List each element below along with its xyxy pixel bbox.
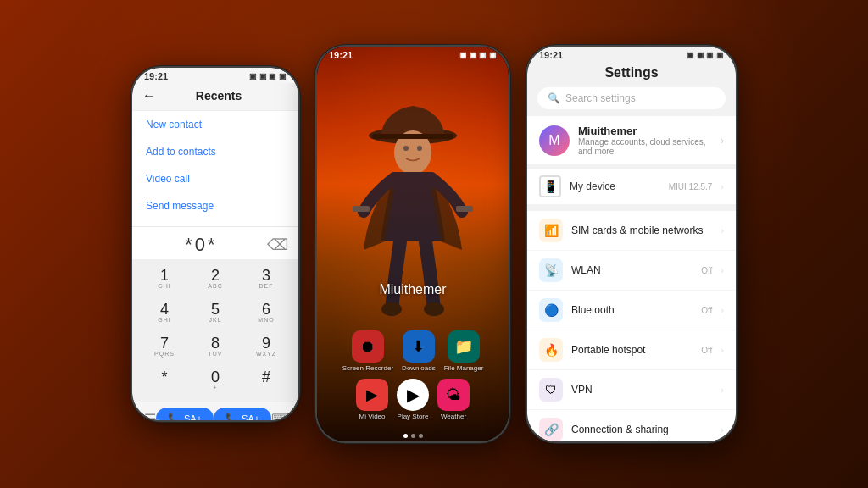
key-7[interactable]: 7PQRS — [139, 330, 190, 364]
recents-video-call[interactable]: Video call — [132, 165, 298, 192]
recents-send-message[interactable]: Send message — [132, 192, 298, 219]
vpn-chevron: › — [721, 385, 724, 395]
vpn-icon: 🛡 — [539, 378, 563, 402]
app-weather[interactable]: 🌤 Weather — [437, 379, 470, 420]
search-placeholder: Search settings — [565, 92, 636, 104]
hotspot-label: Portable hotspot — [571, 344, 693, 356]
device-version: MIUI 12.5.7 — [669, 182, 713, 191]
app-row-1: ⏺ Screen Recorder ⬇ Downloads 📁 File Man… — [326, 330, 500, 372]
profile-avatar: M — [539, 125, 570, 156]
wlan-icon: 📡 — [539, 258, 563, 282]
settings-wlan-item[interactable]: 📡 WLAN Off › — [527, 251, 736, 291]
phone-settings: 19:21 ▣ ▣ ▣ ▣ Settings 🔍 Search settings… — [526, 45, 737, 443]
key-2[interactable]: 2ABC — [190, 263, 241, 297]
wlan-value: Off — [701, 266, 712, 275]
app-icons: ⏺ Screen Recorder ⬇ Downloads 📁 File Man… — [317, 324, 509, 430]
settings-bluetooth-item[interactable]: 🔵 Bluetooth Off › — [527, 291, 736, 330]
menu-icon[interactable]: ☰ — [144, 411, 156, 421]
key-5[interactable]: 5JKL — [190, 297, 241, 330]
status-icons-settings: ▣ ▣ ▣ ▣ — [687, 51, 724, 59]
phone-settings-screen: 19:21 ▣ ▣ ▣ ▣ Settings 🔍 Search settings… — [527, 47, 736, 441]
phone-dialer: 19:21 ▣ ▣ ▣ ▣ ← Recents New contact Add … — [131, 66, 300, 422]
call-label-2: SA+ — [242, 413, 259, 420]
settings-hotspot-item[interactable]: 🔥 Portable hotspot Off › — [527, 330, 736, 370]
recents-title: Recents — [163, 89, 288, 103]
status-icons-home: ▣ ▣ ▣ ▣ — [459, 51, 497, 59]
status-icons-dialer: ▣ ▣ ▣ ▣ — [249, 72, 287, 80]
settings-search-bar[interactable]: 🔍 Search settings — [537, 87, 726, 109]
wlan-label: WLAN — [571, 264, 693, 276]
app-mi-video[interactable]: ▶ Mi Video — [356, 379, 388, 420]
key-star[interactable]: * — [139, 364, 190, 398]
search-icon: 🔍 — [548, 92, 560, 104]
back-button[interactable]: ← — [142, 88, 156, 103]
key-1[interactable]: 1GHI — [139, 263, 190, 297]
dot-1 — [403, 434, 408, 438]
status-time-home: 19:21 — [329, 50, 353, 60]
key-3[interactable]: 3DEF — [241, 263, 292, 297]
bluetooth-chevron: › — [721, 305, 724, 315]
app-file-manager[interactable]: 📁 File Manager — [444, 330, 484, 372]
key-0[interactable]: 0+ — [190, 364, 241, 398]
device-chevron: › — [721, 181, 724, 191]
call-icon-1: 📞 — [168, 413, 181, 420]
key-8[interactable]: 8TUV — [190, 330, 241, 364]
app-play-store[interactable]: ▶ Play Store — [397, 379, 429, 420]
phone-homescreen: 19:21 ▣ ▣ ▣ ▣ Miuithemer ⏺ Screen Record… — [315, 45, 510, 443]
bluetooth-value: Off — [701, 306, 712, 315]
profile-info: Miuithemer Manage accounts, cloud servic… — [578, 125, 712, 156]
connection-label: Connection & sharing — [571, 424, 712, 435]
hotspot-chevron: › — [721, 345, 724, 355]
dot-3 — [419, 434, 423, 438]
recents-header: ← Recents — [132, 83, 298, 111]
profile-name: Miuithemer — [578, 125, 712, 137]
dot-2 — [411, 434, 415, 438]
settings-title: Settings — [527, 62, 736, 87]
phone-dialer-screen: 19:21 ▣ ▣ ▣ ▣ ← Recents New contact Add … — [132, 68, 298, 420]
key-9[interactable]: 9WXYZ — [241, 330, 292, 364]
key-6[interactable]: 6MNO — [241, 297, 292, 330]
settings-connection-item[interactable]: 🔗 Connection & sharing › — [527, 410, 736, 441]
hotspot-value: Off — [701, 346, 712, 355]
bluetooth-label: Bluetooth — [571, 304, 693, 316]
app-downloads[interactable]: ⬇ Downloads — [402, 330, 436, 372]
sim-label: SIM cards & mobile networks — [571, 225, 712, 236]
page-dots — [317, 430, 509, 441]
device-label: My device — [570, 180, 660, 192]
wlan-chevron: › — [721, 265, 724, 275]
dialer-display: *0* ⌫ — [132, 227, 298, 259]
bluetooth-icon: 🔵 — [539, 298, 563, 322]
key-4[interactable]: 4GHI — [139, 297, 190, 330]
settings-device-row[interactable]: 📱 My device MIUI 12.5.7 › — [527, 168, 736, 204]
sim-chevron: › — [721, 225, 724, 236]
home-username: Miuithemer — [317, 231, 509, 308]
settings-profile-row[interactable]: M Miuithemer Manage accounts, cloud serv… — [527, 116, 736, 164]
profile-sub: Manage accounts, cloud services, and mor… — [578, 137, 712, 156]
recents-actions-list: New contact Add to contacts Video call S… — [132, 111, 298, 226]
app-row-2: ▶ Mi Video ▶ Play Store 🌤 Weather — [326, 379, 500, 420]
status-bar-settings: 19:21 ▣ ▣ ▣ ▣ — [527, 47, 736, 62]
recents-new-contact[interactable]: New contact — [132, 111, 298, 138]
connection-chevron: › — [721, 424, 724, 435]
call-label-1: SA+ — [184, 413, 202, 420]
settings-vpn-item[interactable]: 🛡 VPN › — [527, 370, 736, 410]
dialer-keypad: 1GHI 2ABC 3DEF 4GHI 5JKL 6MNO 7PQRS 8TUV… — [132, 259, 298, 402]
recents-add-contact[interactable]: Add to contacts — [132, 138, 298, 165]
dialer-toolbar: ☰ 📞 SA+ 📞 SA+ ⌨ — [132, 402, 298, 420]
app-screen-recorder[interactable]: ⏺ Screen Recorder — [342, 330, 393, 372]
call-button-2[interactable]: 📞 SA+ — [214, 408, 271, 420]
dialer-backspace-icon[interactable]: ⌫ — [267, 236, 288, 254]
key-hash[interactable]: # — [241, 364, 292, 398]
call-icon-2: 📞 — [225, 413, 238, 420]
keypad-icon[interactable]: ⌨ — [271, 411, 291, 421]
status-time-dialer: 19:21 — [144, 71, 168, 81]
status-bar-dialer: 19:21 ▣ ▣ ▣ ▣ — [132, 68, 298, 83]
status-bar-home: 19:21 ▣ ▣ ▣ ▣ — [317, 47, 509, 62]
device-icon: 📱 — [539, 175, 561, 197]
call-button-1[interactable]: 📞 SA+ — [156, 408, 214, 420]
dialer-number: *0* — [142, 234, 260, 256]
vpn-label: VPN — [571, 384, 712, 396]
profile-chevron: › — [721, 135, 724, 147]
settings-main-list: 📶 SIM cards & mobile networks › 📡 WLAN O… — [527, 211, 736, 441]
settings-sim-item[interactable]: 📶 SIM cards & mobile networks › — [527, 211, 736, 251]
